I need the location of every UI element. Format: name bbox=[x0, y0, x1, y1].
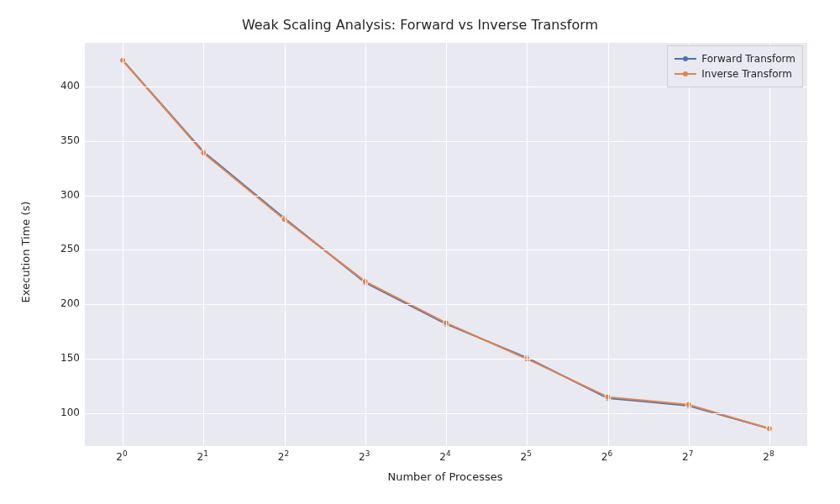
x-tick-label: 26 bbox=[601, 449, 612, 463]
gridline-vertical bbox=[769, 43, 770, 446]
legend-label: Forward Transform bbox=[701, 53, 795, 65]
x-tick-label: 22 bbox=[278, 449, 289, 463]
x-tick-label: 25 bbox=[521, 449, 532, 463]
y-tick-label: 100 bbox=[29, 407, 80, 418]
chart-title: Weak Scaling Analysis: Forward vs Invers… bbox=[0, 17, 840, 33]
plot-area bbox=[84, 42, 808, 447]
legend: Forward Transform Inverse Transform bbox=[667, 45, 803, 87]
legend-item-forward: Forward Transform bbox=[675, 51, 795, 66]
x-tick-label: 21 bbox=[197, 449, 208, 463]
x-tick-label: 28 bbox=[763, 449, 774, 463]
gridline-vertical bbox=[608, 43, 609, 446]
y-tick-label: 300 bbox=[29, 189, 80, 201]
x-tick-label: 23 bbox=[359, 449, 370, 463]
y-tick-label: 250 bbox=[29, 243, 80, 255]
legend-swatch-icon bbox=[675, 73, 696, 75]
legend-swatch-icon bbox=[675, 58, 696, 60]
figure: Weak Scaling Analysis: Forward vs Invers… bbox=[0, 0, 840, 504]
x-tick-label: 24 bbox=[439, 449, 450, 463]
y-tick-label: 150 bbox=[29, 352, 80, 364]
x-tick-label: 27 bbox=[682, 449, 693, 463]
x-tick-label: 20 bbox=[116, 449, 127, 463]
legend-label: Inverse Transform bbox=[701, 68, 792, 80]
y-tick-label: 200 bbox=[29, 297, 80, 309]
y-tick-label: 400 bbox=[29, 80, 80, 92]
gridline-vertical bbox=[527, 43, 528, 446]
gridline-vertical bbox=[123, 43, 123, 446]
gridline-vertical bbox=[365, 43, 366, 446]
gridline-vertical bbox=[285, 43, 286, 446]
y-tick-label: 350 bbox=[29, 134, 80, 146]
legend-item-inverse: Inverse Transform bbox=[675, 66, 795, 81]
gridline-vertical bbox=[203, 43, 204, 446]
x-axis-label: Number of Processes bbox=[84, 470, 806, 483]
gridline-vertical bbox=[446, 43, 447, 446]
gridline-vertical bbox=[689, 43, 690, 446]
